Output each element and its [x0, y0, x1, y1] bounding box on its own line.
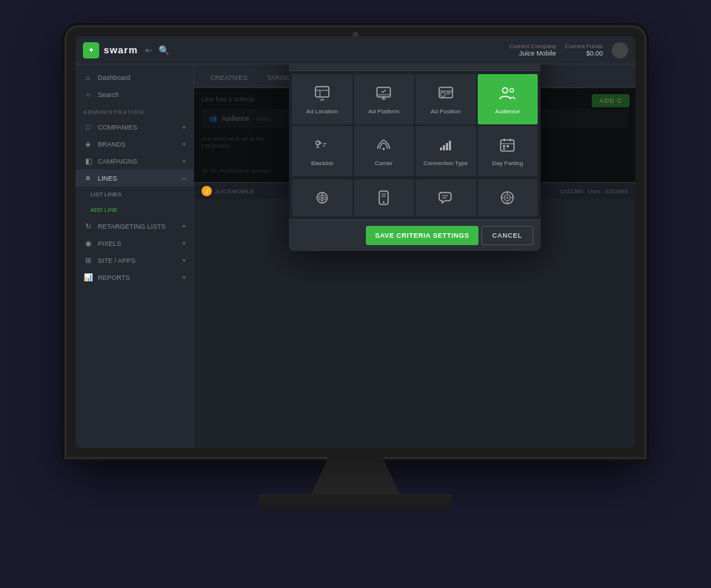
- pixels-add-icon[interactable]: +: [182, 240, 186, 247]
- site-apps-add-icon[interactable]: +: [182, 257, 186, 264]
- footer-ids: 1521360 User 3202865: [560, 188, 628, 195]
- criteria-item9[interactable]: [292, 179, 353, 216]
- sidebar-brands-label: BRANDS: [98, 141, 126, 148]
- user-avatar[interactable]: [612, 42, 628, 59]
- logo-area: ✦ swarm: [83, 42, 138, 59]
- item12-icon: [499, 190, 515, 208]
- sidebar-item-companies[interactable]: □ COMPANIES +: [76, 118, 193, 136]
- sidebar-item-reports[interactable]: 📊 REPORTS +: [76, 269, 193, 286]
- company-name: Juice Mobile: [510, 50, 556, 57]
- modal-subheader: 1 Criteria Selected ⊞ ≡: [289, 64, 541, 71]
- carrier-icon: [375, 137, 392, 156]
- criteria-grid: Ad Location: [289, 71, 541, 179]
- sidebar-item-retargeting[interactable]: ↻ RETARGETING LISTS +: [76, 218, 193, 235]
- ad-location-label: Ad Location: [307, 108, 338, 116]
- criteria-blacklist[interactable]: Blacklist: [292, 126, 353, 176]
- criteria-grid-row3: [289, 179, 541, 219]
- sidebar-item-site-apps[interactable]: ⊞ SITE / APPS +: [76, 252, 193, 269]
- modal-overlay: Add Criteria ✕ 1 Criteria Selected ⊞: [194, 88, 635, 182]
- criteria-ad-position[interactable]: Ad Position: [415, 74, 476, 124]
- monitor-stand-neck: [311, 457, 400, 494]
- company-label: Current Company: [510, 43, 556, 50]
- sidebar-item-add-line[interactable]: ADD LINE: [76, 202, 193, 218]
- svg-rect-20: [443, 145, 445, 150]
- sidebar-site-apps-label: SITE / APPS: [98, 257, 136, 264]
- sidebar-item-search[interactable]: ○ Search: [76, 86, 193, 103]
- criteria-ad-location[interactable]: Ad Location: [292, 74, 353, 124]
- svg-point-15: [316, 141, 319, 145]
- sidebar-item-list-lines[interactable]: LIST LINES: [76, 187, 193, 202]
- sidebar-item-label: Dashboard: [98, 74, 130, 81]
- content-body: Line has 1 criteria ADD C 👥 Audience for…: [194, 88, 635, 182]
- audience-criteria-icon: [498, 85, 516, 104]
- search-icon[interactable]: 🔍: [158, 45, 170, 56]
- search-sidebar-icon: ○: [83, 90, 93, 98]
- main-area: ⌂ Dashboard ○ Search ADMINISTRATION □ CO…: [76, 64, 635, 448]
- sidebar-item-lines[interactable]: ≡ LINES −: [76, 170, 193, 187]
- ad-platform-label: Ad Platform: [368, 108, 399, 116]
- brands-add-icon[interactable]: +: [182, 141, 186, 148]
- sidebar-campaigns-label: CAMPAIGNS: [98, 158, 137, 165]
- modal-footer: SAVE CRITERIA SETTINGS CANCEL: [289, 219, 541, 251]
- juice-mobile-label: JUICEMOBILE: [215, 188, 254, 195]
- criteria-day-parting[interactable]: Day Parting: [478, 126, 538, 176]
- audience-criteria-label: Audience: [495, 108, 520, 116]
- ad-platform-icon: [375, 85, 392, 104]
- reports-add-icon[interactable]: +: [182, 274, 186, 281]
- criteria-carrier[interactable]: Carrier: [354, 126, 415, 176]
- criteria-audience[interactable]: Audience: [478, 74, 538, 124]
- ad-position-icon: [438, 85, 454, 104]
- campaigns-add-icon[interactable]: +: [182, 158, 186, 165]
- company-info: Current Company Juice Mobile: [510, 43, 556, 57]
- criteria-connection-type[interactable]: Connection Type: [415, 126, 476, 176]
- companies-icon: □: [83, 123, 93, 131]
- cancel-button[interactable]: CANCEL: [481, 226, 534, 245]
- svg-point-14: [510, 89, 514, 93]
- top-bar-right: Current Company Juice Mobile Current Fun…: [510, 42, 628, 59]
- sidebar-item-pixels[interactable]: ◉ PIXELS +: [76, 235, 193, 252]
- save-criteria-button[interactable]: SAVE CRITERIA SETTINGS: [366, 226, 478, 245]
- svg-point-34: [383, 201, 384, 203]
- sidebar-item-campaigns[interactable]: ◧ CAMPAIGNS +: [76, 153, 193, 170]
- funds-info: Current Funds $0.00: [565, 43, 603, 57]
- monitor-stand-base: [259, 494, 452, 510]
- criteria-ad-platform[interactable]: Ad Platform: [354, 74, 415, 124]
- sidebar-retargeting-label: RETARGETING LISTS: [98, 223, 166, 230]
- ad-location-icon: [314, 85, 330, 104]
- day-parting-label: Day Parting: [492, 160, 523, 167]
- item9-icon: [315, 190, 330, 207]
- item11-icon: [438, 190, 454, 207]
- funds-label: Current Funds: [565, 43, 603, 50]
- criteria-item10[interactable]: [354, 179, 415, 216]
- lines-collapse-icon[interactable]: −: [182, 175, 186, 182]
- app-layout: ✦ swarm ⇤ 🔍 Current Company Juice Mobile: [76, 36, 635, 448]
- add-line-label: ADD LINE: [90, 207, 118, 213]
- brands-icon: ◈: [83, 140, 93, 148]
- ad-position-label: Ad Position: [431, 108, 461, 116]
- lines-icon: ≡: [83, 174, 93, 182]
- companies-add-icon[interactable]: +: [182, 124, 186, 131]
- retargeting-add-icon[interactable]: +: [182, 223, 186, 230]
- nav-icon[interactable]: ⇤: [145, 45, 153, 56]
- sidebar-item-brands[interactable]: ◈ BRANDS +: [76, 136, 193, 153]
- criteria-item11[interactable]: [415, 179, 476, 216]
- svg-rect-10: [441, 93, 445, 96]
- connection-type-icon: [438, 137, 454, 156]
- tab-creatives[interactable]: CREATIVES: [201, 70, 256, 87]
- day-parting-icon: [499, 137, 515, 156]
- admin-section-label: ADMINISTRATION: [76, 103, 193, 118]
- retargeting-icon: ↻: [83, 222, 93, 230]
- carrier-label: Carrier: [375, 160, 393, 167]
- criteria-item12[interactable]: [478, 179, 538, 216]
- sidebar-companies-label: COMPANIES: [98, 124, 137, 131]
- svg-point-13: [503, 88, 508, 93]
- blacklist-icon: [314, 137, 330, 156]
- svg-rect-28: [507, 145, 509, 147]
- app-name: swarm: [104, 44, 138, 56]
- pixels-icon: ◉: [83, 239, 93, 247]
- sidebar-item-dashboard[interactable]: ⌂ Dashboard: [76, 69, 193, 86]
- juice-logo: J JUICEMOBILE: [201, 186, 254, 196]
- sidebar-reports-label: REPORTS: [98, 274, 130, 281]
- svg-rect-22: [449, 141, 451, 150]
- add-criteria-modal: Add Criteria ✕ 1 Criteria Selected ⊞: [289, 64, 541, 251]
